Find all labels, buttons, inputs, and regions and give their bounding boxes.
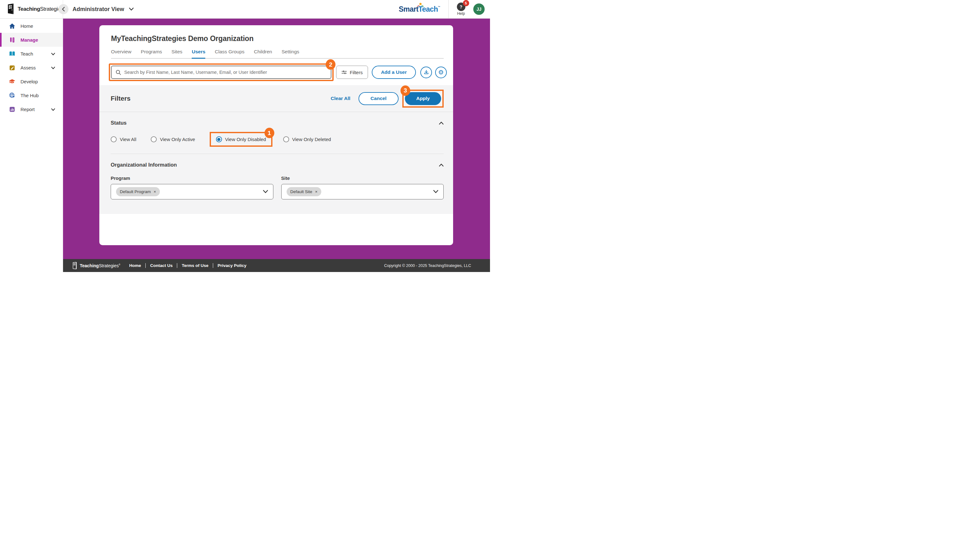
assess-pencil-icon — [9, 64, 16, 71]
settings-button[interactable]: ⚙ — [435, 67, 447, 78]
sidebar-item-label: Assess — [21, 65, 36, 70]
footer-brand-text: TeachingStrategies® — [80, 263, 121, 268]
organizational-information-section: Organizational Information Program Defau… — [99, 154, 453, 214]
sidebar-item-teach[interactable]: Teach — [0, 47, 63, 61]
sidebar-item-the-hub[interactable]: The Hub — [0, 88, 63, 102]
radio-view-only-deleted[interactable]: View Only Deleted — [283, 136, 331, 142]
search-bar — [111, 65, 331, 79]
chevron-down-icon — [263, 190, 268, 193]
collapse-status-button[interactable] — [439, 121, 444, 124]
search-icon — [116, 70, 121, 75]
tab-overview[interactable]: Overview — [111, 49, 132, 58]
sidebar-item-assess[interactable]: Assess — [0, 61, 63, 75]
radio-label: View All — [120, 137, 136, 142]
avatar[interactable]: JJ — [473, 3, 485, 15]
sidebar-item-home[interactable]: Home — [0, 19, 63, 33]
radio-label: View Only Active — [160, 137, 195, 142]
program-dropdown[interactable]: Default Program × — [111, 184, 274, 199]
sidebar-item-label: Report — [21, 107, 35, 112]
annotation-box-step2: 2 — [109, 64, 334, 81]
home-icon — [9, 23, 16, 29]
filter-sliders-icon — [342, 70, 347, 75]
program-chip: Default Program × — [116, 187, 160, 196]
cancel-button[interactable]: Cancel — [358, 92, 399, 105]
annotation-step-2-badge: 2 — [326, 59, 336, 70]
tab-sites[interactable]: Sites — [172, 49, 182, 58]
tab-settings[interactable]: Settings — [282, 49, 299, 58]
sidebar-item-manage[interactable]: Manage — [0, 33, 63, 47]
tab-users[interactable]: Users — [192, 49, 205, 58]
sidebar-item-label: Teach — [21, 51, 33, 56]
footer: TeachingStrategies® Home Contact Us Term… — [63, 259, 490, 272]
chevron-down-icon — [51, 65, 55, 70]
radio-label: View Only Deleted — [292, 137, 331, 142]
apply-button[interactable]: Apply — [405, 92, 441, 105]
download-icon — [423, 69, 429, 75]
footer-link-terms-of-use[interactable]: Terms of Use — [177, 263, 213, 268]
app-window: TeachingStrategies® Administrator View S… — [0, 0, 490, 272]
status-section: Status View All View Only Active — [99, 112, 453, 154]
top-bar: TeachingStrategies® Administrator View S… — [0, 0, 490, 19]
annotation-box-step3: Apply 3 — [402, 89, 444, 108]
filters-panel-header: Filters Clear All Cancel Apply 3 — [99, 85, 453, 112]
graduation-cap-icon — [9, 78, 16, 85]
clear-all-button[interactable]: Clear All — [331, 96, 350, 101]
radio-label: View Only Disabled — [225, 137, 266, 142]
tab-children[interactable]: Children — [254, 49, 272, 58]
search-input[interactable] — [124, 70, 327, 75]
open-book-icon — [9, 51, 16, 57]
footer-link-contact-us[interactable]: Contact Us — [145, 263, 177, 268]
radio-view-all[interactable]: View All — [111, 136, 136, 142]
footer-link-privacy-policy[interactable]: Privacy Policy — [213, 263, 251, 268]
chevron-down-icon — [129, 8, 134, 11]
view-selector[interactable]: Administrator View — [73, 6, 134, 13]
footer-link-home[interactable]: Home — [129, 263, 146, 268]
sidebar-item-label: Develop — [21, 79, 38, 84]
radio-button-icon[interactable] — [111, 136, 117, 142]
radio-view-only-active[interactable]: View Only Active — [151, 136, 195, 142]
users-toolbar: 2 Filters Add a User — [99, 64, 453, 81]
add-user-button[interactable]: Add a User — [372, 65, 416, 79]
filters-button[interactable]: Filters — [336, 65, 368, 79]
tab-class-groups[interactable]: Class Groups — [215, 49, 244, 58]
radio-button-icon[interactable] — [283, 136, 289, 142]
globe-heart-icon — [9, 92, 16, 99]
smartteach-logo-smart: Smart — [399, 5, 418, 14]
annotation-step-1-badge: 1 — [264, 128, 274, 138]
door-logo-icon — [7, 3, 15, 15]
help-button[interactable]: ? 5 Help — [449, 3, 473, 16]
collapse-sidebar-button[interactable] — [58, 4, 68, 14]
tab-bar: Overview Programs Sites Users Class Grou… — [111, 49, 444, 59]
door-logo-icon — [73, 262, 78, 270]
view-selector-label: Administrator View — [73, 6, 124, 13]
copyright-text: Copyright © 2000 - 2025 TeachingStrategi… — [384, 263, 471, 268]
program-label: Program — [111, 175, 274, 181]
status-radio-group: View All View Only Active View Only Disa… — [111, 136, 444, 154]
trademark-symbol: ™ — [438, 6, 440, 8]
site-dropdown[interactable]: Default Site × — [281, 184, 444, 199]
filters-panel: Filters Clear All Cancel Apply 3 Status — [99, 85, 453, 214]
site-chip: Default Site × — [286, 187, 321, 196]
sidebar-item-label: The Hub — [21, 93, 39, 98]
top-bar-right: SmartTeach™ ? 5 Help JJ — [399, 0, 490, 18]
download-button[interactable] — [420, 67, 432, 78]
radio-button-selected-icon[interactable] — [216, 136, 222, 142]
teachingstrategies-logo[interactable]: TeachingStrategies® — [0, 0, 63, 18]
tab-programs[interactable]: Programs — [141, 49, 162, 58]
radio-button-icon[interactable] — [151, 136, 157, 142]
annotation-box-step1: View Only Disabled 1 — [210, 132, 272, 147]
sidebar-item-develop[interactable]: Develop — [0, 75, 63, 88]
annotation-step-3-badge: 3 — [401, 85, 410, 96]
filters-panel-title: Filters — [111, 95, 130, 102]
content-area: MyTeachingStrategies Demo Organization O… — [63, 19, 490, 259]
sidebar: Home Manage Teach Assess — [0, 19, 63, 272]
manage-icon — [9, 37, 16, 43]
sidebar-item-label: Home — [21, 23, 33, 29]
chip-remove-icon[interactable]: × — [154, 190, 156, 194]
figure-head-dot — [419, 3, 422, 5]
chip-remove-icon[interactable]: × — [315, 190, 318, 194]
sidebar-item-report[interactable]: Report — [0, 102, 63, 116]
collapse-org-info-button[interactable] — [439, 163, 444, 167]
chevron-down-icon — [51, 107, 55, 112]
radio-view-only-disabled[interactable]: View Only Disabled — [216, 136, 266, 142]
